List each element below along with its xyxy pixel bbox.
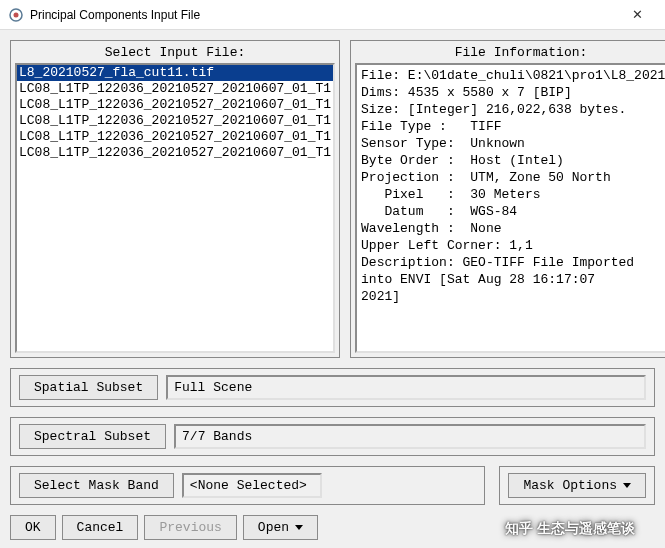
mask-options-row: Mask Options (499, 466, 655, 505)
dialog-content: Select Input File: L8_20210527_fla_cut11… (0, 30, 665, 548)
list-item[interactable]: L8_20210527_fla_cut11.tif (17, 65, 333, 81)
spatial-subset-row: Spatial Subset Full Scene (10, 368, 655, 407)
mask-options-button[interactable]: Mask Options (508, 473, 646, 498)
list-item[interactable]: LC08_L1TP_122036_20210527_20210607_01_T1 (17, 81, 333, 97)
window-title: Principal Components Input File (30, 8, 617, 22)
list-item[interactable]: LC08_L1TP_122036_20210527_20210607_01_T1 (17, 129, 333, 145)
close-button[interactable]: ✕ (617, 0, 657, 30)
top-panels: Select Input File: L8_20210527_fla_cut11… (10, 40, 655, 358)
dialog-button-row: OK Cancel Previous Open (10, 515, 655, 540)
file-information-text: File: E:\01date_chuli\0821\pro1\L8_20210… (355, 63, 665, 353)
spatial-subset-value: Full Scene (166, 375, 646, 400)
svg-point-1 (14, 12, 19, 17)
previous-button: Previous (144, 515, 236, 540)
spectral-subset-button[interactable]: Spectral Subset (19, 424, 166, 449)
list-item[interactable]: LC08_L1TP_122036_20210527_20210607_01_T1 (17, 113, 333, 129)
mask-row: Select Mask Band <None Selected> Mask Op… (10, 466, 655, 505)
spectral-subset-row: Spectral Subset 7/7 Bands (10, 417, 655, 456)
titlebar: Principal Components Input File ✕ (0, 0, 665, 30)
spectral-subset-value: 7/7 Bands (174, 424, 646, 449)
chevron-down-icon (623, 483, 631, 488)
list-item[interactable]: LC08_L1TP_122036_20210527_20210607_01_T1 (17, 97, 333, 113)
app-icon (8, 7, 24, 23)
input-file-list[interactable]: L8_20210527_fla_cut11.tifLC08_L1TP_12203… (15, 63, 335, 353)
ok-button[interactable]: OK (10, 515, 56, 540)
open-button-label: Open (258, 520, 289, 535)
file-information-group: File Information: File: E:\01date_chuli\… (350, 40, 665, 358)
list-item[interactable]: LC08_L1TP_122036_20210527_20210607_01_T1 (17, 145, 333, 161)
mask-options-label: Mask Options (523, 478, 617, 493)
open-button[interactable]: Open (243, 515, 318, 540)
select-input-file-group: Select Input File: L8_20210527_fla_cut11… (10, 40, 340, 358)
mask-band-value: <None Selected> (182, 473, 322, 498)
select-input-file-label: Select Input File: (15, 45, 335, 63)
select-mask-band-button[interactable]: Select Mask Band (19, 473, 174, 498)
spatial-subset-button[interactable]: Spatial Subset (19, 375, 158, 400)
file-information-label: File Information: (355, 45, 665, 63)
select-mask-band-row: Select Mask Band <None Selected> (10, 466, 485, 505)
cancel-button[interactable]: Cancel (62, 515, 139, 540)
chevron-down-icon (295, 525, 303, 530)
